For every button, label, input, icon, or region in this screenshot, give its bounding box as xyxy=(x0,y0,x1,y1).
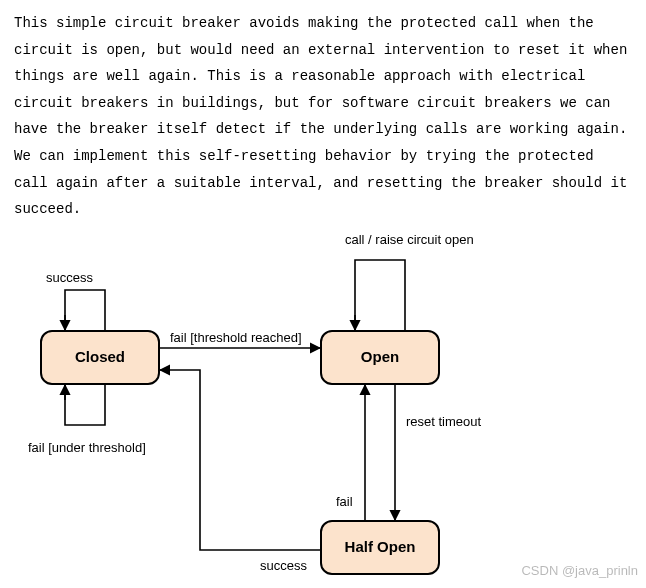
description-paragraph: This simple circuit breaker avoids makin… xyxy=(0,0,646,223)
state-half-open: Half Open xyxy=(320,520,440,575)
state-closed: Closed xyxy=(40,330,160,385)
label-fail-threshold-reached: fail [threshold reached] xyxy=(170,326,302,351)
label-fail: fail xyxy=(336,490,353,515)
edge-open-self xyxy=(355,260,405,330)
label-fail-under-threshold: fail [under threshold] xyxy=(28,436,146,461)
label-reset-timeout: reset timeout xyxy=(406,410,481,435)
state-diagram: Closed Open Half Open success fail [unde… xyxy=(0,200,646,588)
label-call-raise-circuit-open: call / raise circuit open xyxy=(345,228,474,253)
watermark: CSDN @java_prinln xyxy=(521,559,638,584)
edge-closed-success xyxy=(65,290,105,330)
state-open: Open xyxy=(320,330,440,385)
label-success: success xyxy=(46,266,93,291)
edge-closed-fail-under xyxy=(65,385,105,425)
edge-half-to-closed xyxy=(160,370,320,550)
label-success-half: success xyxy=(260,554,307,579)
